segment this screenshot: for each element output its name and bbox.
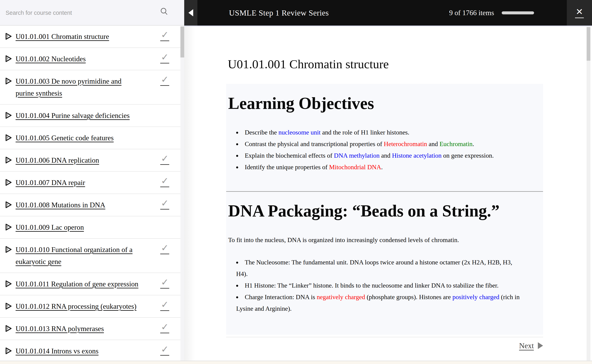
course-item-row[interactable]: ?U01.01.008 Mutations in DNA✓ (0, 194, 180, 216)
section-divider (226, 191, 543, 192)
course-item-row[interactable]: ?U01.01.014 Introns vs exons✓ (0, 340, 180, 361)
course-item-row[interactable]: ?U01.01.009 Lac operon (0, 216, 180, 239)
course-item-row[interactable]: ?U01.01.003 De novo pyrimidine and purin… (0, 70, 180, 104)
search-icon[interactable] (159, 7, 169, 16)
course-item-label[interactable]: U01.01.011 Regulation of gene expression (16, 278, 138, 290)
svg-text:?: ? (7, 34, 8, 38)
play-question-icon: ? (4, 200, 13, 209)
bullet-text: Identify the unique properties of (245, 163, 329, 171)
close-button[interactable]: ✕ (567, 0, 592, 26)
course-item-label[interactable]: U01.01.001 Chromatin structure (16, 31, 109, 43)
bullet-item: Explain the biochemical effects of DNA m… (236, 150, 525, 161)
search-input[interactable] (5, 6, 154, 20)
section-heading-dna-packaging: DNA Packaging: “Beads on a String.” (228, 201, 525, 221)
keyword-blue: Histone acetylation (392, 152, 442, 159)
card-bottom-divider (226, 337, 543, 337)
course-item-label[interactable]: U01.01.014 Introns vs exons (16, 345, 99, 357)
play-question-icon: ? (4, 133, 13, 142)
course-item-label[interactable]: U01.01.006 DNA replication (16, 154, 99, 166)
bullet-item: Charge Interaction: DNA is negatively ch… (236, 291, 525, 314)
next-button[interactable]: Next (519, 341, 543, 350)
svg-text:?: ? (7, 304, 8, 308)
bullet-item: Contrast the physical and transcriptiona… (236, 138, 525, 150)
svg-text:?: ? (7, 248, 8, 251)
sidebar-scrollbar-thumb[interactable] (180, 26, 184, 58)
check-icon[interactable]: ✓ (160, 323, 169, 333)
course-item-label[interactable]: U01.01.012 RNA processing (eukaryotes) (16, 300, 136, 312)
lesson-title: U01.01.001 Chromatin structure (228, 57, 389, 72)
bullet-text: on gene expression. (442, 152, 494, 159)
check-icon[interactable]: ✓ (160, 199, 169, 209)
course-item-label[interactable]: U01.01.005 Genetic code features (16, 132, 114, 144)
bullet-item: H1 Histone: The “Linker” histone. It bin… (236, 280, 525, 291)
check-icon[interactable]: ✓ (160, 30, 169, 41)
bullet-item: Describe the nucleosome unit and the rol… (236, 127, 525, 138)
course-item-row[interactable]: ?U01.01.012 RNA processing (eukaryotes)✓ (0, 295, 180, 318)
check-icon[interactable]: ✓ (160, 154, 169, 165)
keyword-blue: nucleosome unit (278, 129, 321, 136)
svg-text:?: ? (7, 181, 8, 184)
course-item-label[interactable]: U01.01.009 Lac operon (16, 221, 84, 233)
course-item-label[interactable]: U01.01.003 De novo pyrimidine and purine… (16, 75, 141, 99)
section-heading-learning-objectives: Learning Objectives (228, 94, 525, 113)
svg-text:?: ? (7, 349, 8, 353)
check-icon[interactable]: ✓ (160, 345, 169, 356)
bullet-text: . (381, 163, 383, 171)
svg-text:?: ? (7, 225, 8, 229)
check-icon[interactable]: ✓ (160, 278, 169, 289)
check-icon[interactable]: ✓ (160, 53, 169, 64)
course-item-label[interactable]: U01.01.007 DNA repair (16, 177, 85, 188)
course-item-label[interactable]: U01.01.010 Functional organization of a … (16, 244, 141, 268)
course-item-row[interactable]: ?U01.01.004 Purine salvage deficiencies (0, 104, 180, 127)
course-item-label[interactable]: U01.01.004 Purine salvage deficiencies (16, 110, 130, 122)
course-item-label[interactable]: U01.01.008 Mutations in DNA (16, 199, 105, 211)
course-item-label[interactable]: U01.01.002 Nucleotides (16, 53, 86, 65)
bullet-text: Charge Interaction: DNA is (245, 293, 317, 300)
course-item-label[interactable]: U01.01.013 RNA polymerases (16, 323, 104, 335)
next-label: Next (519, 341, 534, 350)
bullet-text: and (427, 140, 440, 148)
svg-text:?: ? (7, 136, 8, 140)
play-question-icon: ? (4, 54, 13, 63)
check-icon[interactable]: ✓ (160, 176, 169, 187)
course-item-row[interactable]: ?U01.01.002 Nucleotides✓ (0, 48, 180, 70)
course-item-row[interactable]: ?U01.01.006 DNA replication✓ (0, 149, 180, 172)
lesson-card: Learning Objectives Describe the nucleos… (226, 84, 543, 335)
course-item-row[interactable]: ?U01.01.011 Regulation of gene expressio… (0, 273, 180, 295)
bullet-text: and (380, 152, 392, 159)
check-icon[interactable]: ✓ (160, 75, 169, 86)
back-button[interactable] (184, 0, 197, 26)
check-icon[interactable]: ✓ (160, 300, 169, 311)
keyword-green: Euchromatin (440, 140, 472, 148)
svg-text:?: ? (7, 79, 8, 83)
bullet-text: . (472, 140, 474, 148)
progress-bar (502, 11, 534, 14)
play-question-icon: ? (4, 324, 13, 333)
play-question-icon: ? (4, 32, 13, 41)
bullet-text: Contrast the physical and transcriptiona… (245, 140, 384, 148)
content-scrollbar-thumb[interactable] (587, 27, 590, 61)
play-question-icon: ? (4, 111, 13, 120)
bullet-text: Explain the biochemical effects of (245, 152, 334, 159)
svg-text:?: ? (7, 327, 8, 331)
bullet-item: Identify the unique properties of Mitoch… (236, 161, 525, 173)
course-item-row[interactable]: ?U01.01.013 RNA polymerases✓ (0, 318, 180, 340)
course-list: ?U01.01.001 Chromatin structure✓?U01.01.… (0, 26, 180, 361)
content-scrollbar-track (587, 27, 590, 361)
section-lead: To fit into the nucleus, DNA is organize… (228, 234, 525, 246)
app-window: ?U01.01.001 Chromatin structure✓?U01.01.… (0, 0, 592, 364)
play-question-icon: ? (4, 76, 13, 86)
sidebar-scrollbar-track (180, 26, 184, 361)
window-bottom-edge (0, 361, 592, 364)
course-item-row[interactable]: ?U01.01.007 DNA repair✓ (0, 172, 180, 194)
play-question-icon: ? (4, 346, 13, 355)
bullet-item: The Nucleosome: The fundamental unit. DN… (236, 256, 525, 280)
check-icon[interactable]: ✓ (160, 243, 169, 254)
dna-packaging-list: The Nucleosome: The fundamental unit. DN… (228, 256, 525, 314)
course-item-row[interactable]: ?U01.01.001 Chromatin structure✓ (0, 26, 180, 48)
play-question-icon: ? (4, 178, 13, 187)
course-item-row[interactable]: ?U01.01.010 Functional organization of a… (0, 239, 180, 273)
course-item-row[interactable]: ?U01.01.005 Genetic code features (0, 127, 180, 149)
search-bar (0, 0, 184, 26)
keyword-red: Mitochondrial DNA (329, 163, 381, 171)
